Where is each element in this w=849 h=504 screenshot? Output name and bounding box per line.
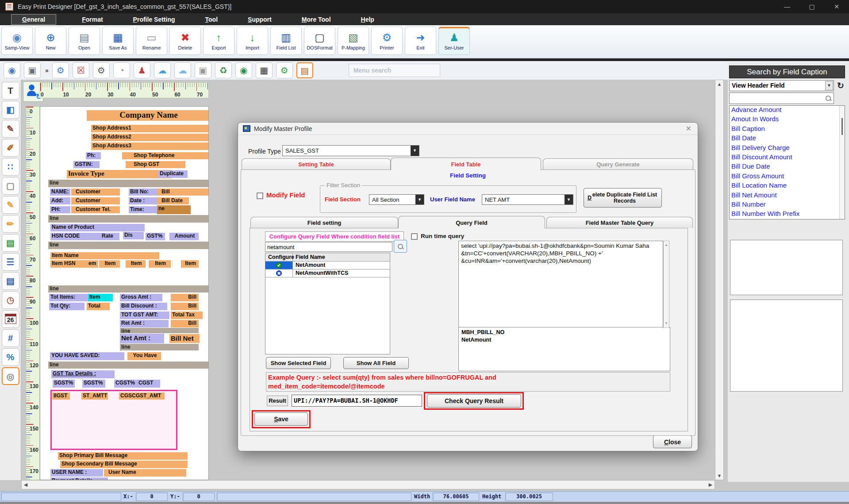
toolbar-button-import[interactable]: ↓Import xyxy=(237,27,268,55)
template-net-amt[interactable]: Net Amt : xyxy=(120,334,164,343)
template-line[interactable]: line xyxy=(48,242,209,249)
template-customer[interactable]: Customer xyxy=(71,189,120,196)
refresh-fields-icon[interactable]: ↻ xyxy=(837,81,844,91)
modify-field-checkbox[interactable] xyxy=(257,192,263,199)
field-caption-bill-delivery-charge[interactable]: Bill Delivery Charge xyxy=(730,144,845,153)
menu-item-more-tool[interactable]: More Tool xyxy=(297,15,335,24)
profile-type-dropdown[interactable]: SALES_GST ▼ xyxy=(282,145,419,156)
view-field-dropdown[interactable]: View Header Field ▼ xyxy=(729,80,834,91)
template-user-name[interactable]: USER NAME : xyxy=(50,469,103,477)
template-name[interactable]: NAME: xyxy=(50,189,70,196)
tool-button-percent-icon[interactable]: % xyxy=(2,348,19,366)
tool-button-add-image-icon[interactable]: ▤ xyxy=(2,234,19,252)
scroll-left-arrow[interactable]: ◀ xyxy=(22,481,30,489)
quick-button-memory-chip-icon[interactable]: ▦ xyxy=(256,62,273,78)
template-tot-qty[interactable]: Tot Qty: xyxy=(49,303,85,310)
menu-item-profile-setting[interactable]: Profile Setting xyxy=(129,15,180,24)
field-caption-bill-number[interactable]: Bill Number xyxy=(730,200,845,210)
table-row-netamount[interactable]: ✔NetAmount xyxy=(265,262,390,269)
template-duplicate[interactable]: Duplicate xyxy=(158,170,188,178)
quick-button-print-share-icon[interactable]: ♻ xyxy=(215,62,232,78)
menu-item-format[interactable]: Format xyxy=(77,15,107,24)
tool-button-layout-tool-icon[interactable]: ◧ xyxy=(2,101,19,119)
dialog-close-icon[interactable]: ✕ xyxy=(686,124,691,133)
template-amount[interactable]: Amount xyxy=(169,233,199,240)
field-caption-bill-caption[interactable]: Bill Caption xyxy=(730,125,845,134)
template-em[interactable]: em xyxy=(87,260,98,268)
template-shop-address1[interactable]: Shop Address1 xyxy=(91,125,209,132)
template-add[interactable]: Add: xyxy=(50,197,70,204)
maximize-button[interactable]: ▢ xyxy=(799,0,824,13)
template-gst-tax-details[interactable]: GST Tax Details : xyxy=(51,370,115,378)
toolbar-button-delete[interactable]: ✖Delete xyxy=(169,27,201,55)
quick-button-page-clock-icon[interactable]: ◔ xyxy=(113,62,130,78)
template-item[interactable]: Item xyxy=(149,260,171,268)
template-you-have[interactable]: You Have xyxy=(127,352,161,360)
template-iigst[interactable]: IIGST xyxy=(52,392,70,400)
template-bill[interactable]: Bill xyxy=(157,189,209,196)
tool-button-blank-page-icon[interactable]: ▢ xyxy=(2,177,19,195)
configure-cell[interactable]: ✖ xyxy=(265,269,293,277)
toolbar-button-open[interactable]: ▤Open xyxy=(69,27,100,55)
quick-button-printer-settings-icon[interactable]: ⚙ xyxy=(93,62,110,78)
field-caption-bill-date[interactable]: Bill Date xyxy=(730,134,845,143)
template-line[interactable]: line xyxy=(48,215,209,223)
quick-button-printer-gear-icon[interactable]: ⚙ xyxy=(276,62,293,78)
toolbar-button-export[interactable]: ↑Export xyxy=(203,27,234,55)
tool-button-page-edit-icon[interactable]: ✎ xyxy=(2,196,19,214)
template-bill-discount[interactable]: Bill Discount : xyxy=(120,303,167,310)
quick-button-page-setup-icon[interactable]: ⚙ xyxy=(52,62,69,78)
check-query-result-button[interactable]: Check Query Result xyxy=(427,394,521,408)
tool-button-calendar-icon[interactable]: 26 xyxy=(2,310,19,328)
template-rate[interactable]: Rate xyxy=(100,233,119,240)
toolbar-button-p-mapping[interactable]: ▧P-Mapping xyxy=(338,27,369,55)
template-tot-items[interactable]: Tot Items: xyxy=(49,294,88,301)
query-scrollbar[interactable]: ▲ ▼ xyxy=(663,241,669,328)
quick-button-user-field-icon[interactable]: ♟ xyxy=(134,62,150,78)
show-selected-field-button[interactable]: Show Selected Field xyxy=(266,357,331,369)
template-cgst[interactable]: CGST% xyxy=(114,380,137,388)
tab-field-master-table-query[interactable]: Field Master Table Query xyxy=(546,217,693,228)
field-caption-amout-in-words[interactable]: Amout In Words xyxy=(730,115,845,124)
quick-button-cloud-upload-icon[interactable]: ☁ xyxy=(154,62,171,78)
toolbar-overflow-chevron[interactable]: » xyxy=(45,67,49,74)
scroll-up-arrow[interactable]: ▲ xyxy=(715,80,723,88)
toolbar-button-field-list[interactable]: ▥Field List xyxy=(270,27,302,55)
quick-button-active-receipt-printer-icon[interactable]: ▤ xyxy=(296,62,313,78)
template-bill-no[interactable]: Bill No: xyxy=(129,189,157,196)
chevron-down-icon[interactable]: ▼ xyxy=(825,81,833,90)
template-ret-amt[interactable]: Ret Amt : xyxy=(120,320,169,327)
template-gross-amt[interactable]: Gross Amt : xyxy=(120,294,162,301)
template-item[interactable]: Item xyxy=(181,260,199,268)
chevron-down-icon[interactable]: ▼ xyxy=(411,146,419,156)
toolbar-button-exit[interactable]: ➜Exit xyxy=(405,27,436,55)
template-sgst[interactable]: SGST% xyxy=(53,380,75,388)
quick-button-web-icon[interactable]: ◉ xyxy=(235,62,252,78)
template-gst[interactable]: GST% xyxy=(146,233,165,240)
template-line[interactable]: line xyxy=(48,362,209,369)
template-line[interactable]: line xyxy=(48,285,209,292)
template-ph[interactable]: PH: xyxy=(50,206,70,213)
template-shop-secondary-bill-message[interactable]: Shop Secondary Bill Message xyxy=(60,461,188,468)
scroll-down-arrow[interactable]: ▼ xyxy=(715,472,723,480)
tool-button-clock-icon[interactable]: ◷ xyxy=(2,291,19,309)
template-ne[interactable]: ne xyxy=(157,205,191,214)
table-row-netamountwithtcs[interactable]: ✖NetAmountWithTCS xyxy=(265,269,390,277)
tool-button-pencil-tool-icon[interactable]: ✐ xyxy=(2,139,19,157)
template-gstin[interactable]: GSTIN: xyxy=(73,161,100,168)
tab-query-field[interactable]: Query Field xyxy=(398,216,545,228)
toolbar-button-ser-user[interactable]: ♟Ser-User xyxy=(438,27,470,55)
menu-item-general[interactable]: General xyxy=(11,14,56,25)
quick-button-cloud-download-icon[interactable]: ☁ xyxy=(174,62,191,78)
result-value-field[interactable]: UPI://PAY?PA=BUBAI.SH-1@OKHDF xyxy=(292,395,422,407)
field-caption-bill-discount-amount[interactable]: Bill Discount Amount xyxy=(730,153,845,162)
list-scrollbar[interactable] xyxy=(839,106,845,219)
quick-button-design-tools-icon[interactable]: ☒ xyxy=(73,62,89,78)
menu-item-tool[interactable]: Tool xyxy=(201,15,223,24)
template-shop-telephone[interactable]: Shop Telephone xyxy=(122,152,209,159)
design-canvas[interactable]: Company NameShop Address1Shop Address2Sh… xyxy=(40,106,209,480)
tool-button-table-report-icon[interactable]: ▤ xyxy=(2,272,19,290)
template-date[interactable]: Date : xyxy=(129,197,157,204)
quick-button-receipt-printer-icon[interactable]: ▣ xyxy=(195,62,211,78)
template-item[interactable]: Item xyxy=(99,260,120,268)
